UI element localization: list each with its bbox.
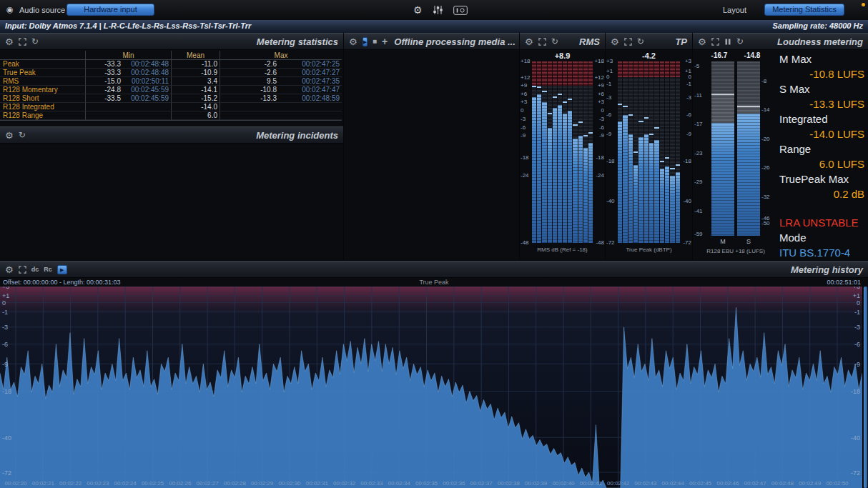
scale-tick: +3	[521, 99, 532, 105]
history-scale-tick: -9	[854, 361, 860, 368]
sliders-icon[interactable]	[433, 5, 443, 15]
stats-cell: -14.0	[172, 103, 220, 111]
stats-cell: Min	[86, 51, 172, 60]
loudness-bar-M	[711, 61, 734, 236]
between-zone	[737, 106, 760, 114]
hardware-input-button[interactable]: Hardware input	[66, 4, 154, 16]
level-bar	[628, 134, 633, 243]
refresh-icon[interactable]: ↻	[736, 37, 744, 46]
history-scale-tick: -6	[854, 341, 860, 348]
level-bar	[563, 114, 567, 243]
level-bar	[676, 172, 680, 243]
scale-tick: -9	[680, 131, 691, 137]
stats-cell: -2.6	[220, 60, 279, 69]
stats-table: MinMeanMaxPeak-33.300:02:48:48-11.0-2.60…	[0, 51, 342, 121]
stats-panel-title: Metering statistics	[257, 36, 338, 47]
expand-icon[interactable]	[19, 266, 26, 274]
stats-cell: -13.3	[220, 94, 279, 103]
peak-marker	[568, 99, 572, 100]
scale-tick: 0	[521, 107, 532, 114]
scale-tick: +12	[593, 74, 604, 81]
expand-icon[interactable]	[624, 38, 632, 46]
history-scale-tick: -1	[854, 309, 860, 316]
scale-tick: -26	[761, 164, 776, 171]
refresh-icon[interactable]: ↻	[551, 37, 558, 46]
scale-tick: -32	[761, 194, 776, 200]
red-zone	[578, 61, 583, 86]
history-scrollbar[interactable]	[862, 287, 868, 488]
scale-tick: 0	[593, 107, 604, 114]
tp-max-readout: -4.2	[618, 51, 680, 60]
play-icon[interactable]: ▶	[57, 265, 67, 274]
meter-channel-Lfe	[633, 61, 638, 243]
stats-cell: -11.0	[172, 60, 220, 69]
stats-cell: R128 Short	[0, 94, 86, 103]
scale-tick: +3	[593, 99, 604, 105]
scale-tick: -40	[680, 198, 691, 204]
scale-tick: -18	[606, 158, 618, 164]
gear-icon[interactable]: ⚙	[5, 131, 14, 140]
scale-tick: -18	[593, 154, 604, 161]
offline-panel-title: Offline processing media ...	[394, 36, 516, 47]
gear-icon[interactable]: ⚙	[611, 37, 619, 46]
tp-panel-title: TP	[675, 36, 687, 47]
history-scale-tick: -6	[2, 341, 8, 348]
red-zone	[665, 61, 669, 77]
gear-icon[interactable]: ⚙	[349, 37, 357, 46]
scale-tick: -72	[680, 239, 691, 246]
scrollbar-thumb[interactable]	[864, 287, 867, 488]
stop-icon[interactable]: ■	[373, 38, 377, 45]
history-end-time: 00:02:51:01	[827, 279, 861, 286]
tp-meter	[618, 61, 680, 243]
stats-cell: -15.2	[172, 94, 220, 103]
stats-cell: -2.6	[220, 69, 279, 77]
gear-icon[interactable]: ⚙	[525, 37, 533, 46]
gear-icon[interactable]: ⚙	[5, 37, 14, 46]
loudness-panel-title: Loudness metering	[777, 36, 863, 47]
red-zone	[649, 61, 654, 77]
refresh-icon[interactable]: ↻	[19, 131, 26, 139]
play-icon[interactable]: ▶	[363, 37, 368, 46]
scale-tick: -8	[761, 78, 776, 84]
refresh-icon[interactable]: ↻	[637, 37, 644, 46]
scale-tick: -72	[606, 239, 618, 246]
max-hold-zone	[711, 61, 734, 94]
reset-counters-icon[interactable]: Rc	[44, 266, 52, 273]
scale-tick: +18	[521, 58, 532, 64]
metering-history-panel: ⚙ dc Rc ▶ Metering history Offset: 00:00…	[0, 261, 868, 488]
expand-icon[interactable]	[538, 38, 546, 46]
io-routing-icon[interactable]	[453, 6, 468, 15]
scale-tick: -48	[521, 239, 532, 246]
red-zone	[553, 61, 557, 86]
audio-source-label: Audio source	[19, 6, 65, 14]
rms-meter-panel: ⚙ ↻ RMS +8.9 +18+12+9+6+30-3-6-9-18-24-4…	[520, 33, 605, 260]
peak-marker	[654, 127, 659, 129]
level-bar	[649, 143, 654, 243]
layout-button[interactable]: Layout	[723, 6, 746, 14]
stats-cell: 00:02:47:47	[279, 86, 342, 94]
loudness-scale-right: -8-14-20-26-32-46-50	[761, 61, 776, 236]
topbar: ◉ Audio source Hardware input ⚙ Layout M…	[0, 0, 868, 20]
metering-statistics-panel: ⚙ ↻ Metering statistics MinMeanMaxPeak-3…	[0, 33, 343, 260]
history-scale-tick: 0	[2, 299, 6, 307]
level-bar	[644, 134, 648, 243]
pause-icon[interactable]	[724, 38, 731, 46]
rms-panel-header: ⚙ ↻ RMS	[520, 33, 605, 50]
add-media-icon[interactable]: +	[382, 36, 388, 46]
peak-marker	[573, 124, 577, 126]
level-bar	[623, 115, 627, 243]
scale-tick: 0	[680, 74, 691, 80]
gear-icon[interactable]: ⚙	[698, 37, 706, 46]
settings-gear-icon[interactable]: ⚙	[413, 5, 423, 15]
refresh-icon[interactable]: ↻	[31, 37, 39, 46]
expand-icon[interactable]	[19, 38, 26, 46]
history-series-label: True Peak	[419, 279, 448, 286]
meter-channel-R	[537, 61, 541, 243]
metering-statistics-button[interactable]: Metering Statistics	[764, 4, 844, 16]
dc-offset-icon[interactable]: dc	[31, 266, 39, 273]
scale-tick: +3	[680, 58, 691, 64]
gear-icon[interactable]: ⚙	[5, 265, 14, 274]
input-infobar: Input: Dolby Atmos 7.1.4 | L-R-C-Lfe-Ls-…	[0, 20, 868, 33]
expand-icon[interactable]	[711, 38, 719, 46]
scale-tick: -29	[694, 179, 706, 185]
